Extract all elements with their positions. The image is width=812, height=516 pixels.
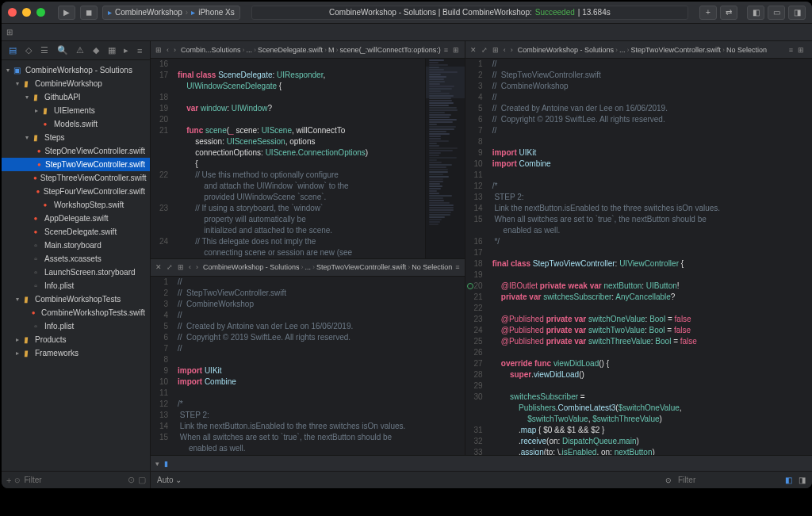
forward-icon[interactable]: › — [511, 46, 513, 54]
jump-bar-b[interactable]: ✕ ⤢ ⊞ ‹ › CombineWorkshop - Solutions›..… — [151, 259, 465, 277]
navigator-filter-bar: + ⊙ ⊙ ▢ — [2, 471, 150, 488]
related-items-icon[interactable]: ⊞ — [178, 263, 184, 271]
minimap[interactable] — [425, 59, 465, 258]
tree-row[interactable]: ●SceneDelegate.swift — [2, 225, 150, 239]
back-icon[interactable]: ‹ — [189, 263, 191, 271]
breakpoint-navigator-icon[interactable]: ▸ — [124, 45, 128, 55]
jump-bar-a[interactable]: ⊞ ‹ › Combin...Solutions›...›SceneDelega… — [151, 41, 465, 59]
variables-scope-selector[interactable]: Auto ⌄ — [157, 476, 182, 484]
related-items-icon[interactable]: ⊞ — [155, 46, 162, 54]
scheme-selector[interactable]: ▸ CombineWorkshop › ▸ iPhone Xs — [102, 6, 240, 20]
close-window-button[interactable] — [8, 8, 17, 17]
debug-navigator-icon[interactable]: ▦ — [108, 45, 116, 55]
forward-icon[interactable]: › — [174, 46, 176, 54]
close-split-icon[interactable]: ✕ — [155, 263, 162, 271]
code-review-button[interactable]: ⇄ — [720, 6, 737, 20]
recent-filter-icon[interactable]: ⊙ — [128, 475, 135, 485]
code-editor-c[interactable]: 1234567891011121314151617181920212223242… — [465, 59, 812, 455]
variables-view-bar: Auto ⌄ ⊙ ◧ ◨ — [151, 471, 812, 488]
adjust-editor-icon[interactable]: ⊞ — [453, 46, 459, 54]
library-button[interactable]: + — [699, 6, 717, 20]
editor-pane-top-left: ⊞ ‹ › Combin...Solutions›...›SceneDelega… — [151, 41, 465, 259]
report-navigator-icon[interactable]: ≡ — [137, 46, 142, 55]
editor-options-icon[interactable]: ≡ — [455, 263, 459, 271]
minimize-window-button[interactable] — [22, 8, 31, 17]
destination-name: iPhone Xs — [198, 8, 235, 17]
tree-row[interactable]: ▫Info.plist — [2, 319, 150, 333]
filter-icon[interactable]: ⊙ — [665, 476, 672, 484]
tree-row[interactable]: ●Models.swift — [2, 117, 150, 131]
variables-filter-input[interactable] — [678, 476, 779, 484]
file-tree[interactable]: ▾▣CombineWorkshop - Solutions▾▮CombineWo… — [2, 60, 150, 471]
tree-row[interactable]: ▾▮GithubAPI — [2, 90, 150, 104]
toggle-inspector-button[interactable]: ◨ — [788, 6, 806, 20]
back-icon[interactable]: ‹ — [167, 46, 169, 54]
navigator-selector: ▤ ◇ ☰ 🔍 ⚠ ◆ ▦ ▸ ≡ — [2, 41, 150, 60]
tree-row[interactable]: ▫LaunchScreen.storyboard — [2, 266, 150, 279]
tree-row[interactable]: ▾▮CombineWorkshopTests — [2, 292, 150, 306]
tree-row[interactable]: ●WorkshopStep.swift — [2, 198, 150, 212]
tree-row[interactable]: ▾▮Steps — [2, 131, 150, 144]
code-editor-a[interactable]: 161718192021222324 final class SceneDele… — [151, 59, 465, 258]
editor-pane-bottom-left: ✕ ⤢ ⊞ ‹ › CombineWorkshop - Solutions›..… — [151, 259, 465, 455]
build-status: Succeeded — [535, 8, 575, 17]
traffic-lights — [8, 8, 45, 17]
tree-row[interactable]: ▸▮Frameworks — [2, 346, 150, 360]
tree-row[interactable]: ▸▮Products — [2, 333, 150, 346]
tree-row[interactable]: ●AppDelegate.swift — [2, 212, 150, 225]
toggle-navigator-button[interactable]: ◧ — [747, 6, 764, 20]
tree-row[interactable]: ▸▮UIElements — [2, 104, 150, 117]
tree-row[interactable]: ●CombineWorkshopTests.swift — [2, 306, 150, 319]
find-navigator-icon[interactable]: 🔍 — [57, 45, 68, 55]
activity-viewer[interactable]: CombineWorkshop - Solutions | Build Comb… — [251, 6, 688, 20]
code-editor-b[interactable]: 123456789101112131415161718 //// StepTwo… — [151, 277, 465, 455]
tree-row[interactable]: ▫Assets.xcassets — [2, 252, 150, 266]
toolbar: ▶ ◼ ▸ CombineWorkshop › ▸ iPhone Xs Comb… — [2, 2, 812, 24]
editor-options-icon[interactable]: ≡ — [444, 46, 448, 54]
tab-icon: ⊞ — [6, 28, 13, 36]
tree-row[interactable]: ▾▣CombineWorkshop - Solutions — [2, 63, 150, 77]
console-pane-icon[interactable]: ◧ — [785, 476, 792, 484]
filter-icon[interactable]: ⊙ — [14, 476, 21, 484]
tree-row[interactable]: ●StepThreeViewController.swift — [2, 171, 150, 185]
scheme-name: CombineWorkshop — [115, 8, 182, 17]
jump-bar-c[interactable]: ✕ ⤢ ⊞ ‹ › CombineWorkshop - Solutions›..… — [465, 41, 812, 59]
zoom-window-button[interactable] — [36, 8, 45, 17]
tree-row[interactable]: ▫Info.plist — [2, 279, 150, 292]
navigator: ▤ ◇ ☰ 🔍 ⚠ ◆ ▦ ▸ ≡ ▾▣CombineWorkshop - So… — [2, 41, 151, 488]
debug-toggle-icon[interactable]: ▾ — [155, 460, 159, 468]
tree-row[interactable]: ▫Main.storyboard — [2, 239, 150, 252]
debug-bar: ▾ ▮ — [151, 455, 812, 471]
project-navigator-icon[interactable]: ▤ — [9, 45, 17, 55]
forward-icon[interactable]: › — [196, 263, 198, 271]
editor-pane-right: ✕ ⤢ ⊞ ‹ › CombineWorkshop - Solutions›..… — [465, 41, 812, 455]
close-split-icon[interactable]: ✕ — [470, 46, 477, 54]
navigator-filter-input[interactable] — [24, 476, 124, 484]
tree-row[interactable]: ●StepFourViewController.swift — [2, 185, 150, 198]
breakpoint-toggle-icon[interactable]: ▮ — [164, 460, 168, 468]
back-icon[interactable]: ‹ — [504, 46, 506, 54]
related-items-icon[interactable]: ⊞ — [492, 46, 499, 54]
run-button[interactable]: ▶ — [58, 6, 75, 20]
tree-row[interactable]: ●StepTwoViewController.swift — [2, 158, 150, 171]
xcode-window: ▶ ◼ ▸ CombineWorkshop › ▸ iPhone Xs Comb… — [2, 2, 812, 488]
test-navigator-icon[interactable]: ◆ — [93, 45, 99, 55]
tree-row[interactable]: ●StepOneViewController.swift — [2, 144, 150, 158]
issue-navigator-icon[interactable]: ⚠ — [76, 45, 84, 55]
stop-button[interactable]: ◼ — [80, 6, 98, 20]
expand-icon[interactable]: ⤢ — [481, 46, 488, 54]
symbol-navigator-icon[interactable]: ☰ — [40, 45, 48, 55]
editor-options-icon[interactable]: ≡ — [789, 46, 793, 54]
add-icon[interactable]: + — [6, 476, 11, 485]
scm-filter-icon[interactable]: ▢ — [138, 475, 146, 485]
adjust-editor-icon[interactable]: ⊞ — [798, 46, 804, 54]
tree-row[interactable]: ▾▮CombineWorkshop — [2, 77, 150, 90]
window-tab-bar: ⊞ — [2, 24, 812, 41]
expand-icon[interactable]: ⤢ — [167, 263, 173, 271]
toggle-debug-button[interactable]: ▭ — [768, 6, 785, 20]
debugger-pane-icon[interactable]: ◨ — [799, 476, 806, 484]
source-control-navigator-icon[interactable]: ◇ — [25, 45, 32, 55]
